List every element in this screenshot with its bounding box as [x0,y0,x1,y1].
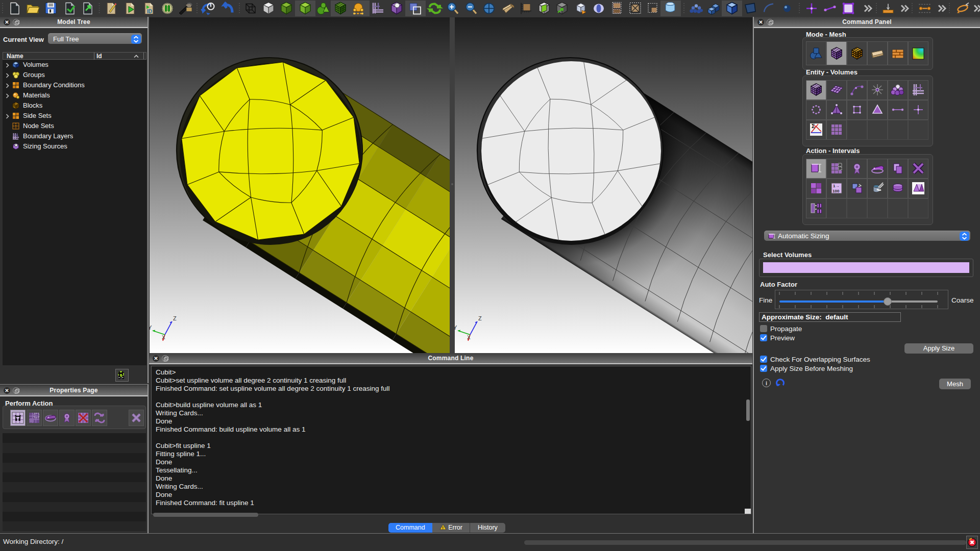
svg-text:Y: Y [150,324,152,331]
svg-text:X: X [467,335,471,340]
svg-text:!: ! [442,525,444,530]
svg-text:Z: Z [173,315,177,321]
svg-text:1→: 1→ [833,184,839,188]
svg-text:100: 100 [832,189,840,193]
svg-text:Z: Z [478,315,482,321]
svg-text:X: X [162,335,165,340]
svg-text:Y: Y [455,324,457,331]
svg-text:ID: ID [147,9,152,14]
